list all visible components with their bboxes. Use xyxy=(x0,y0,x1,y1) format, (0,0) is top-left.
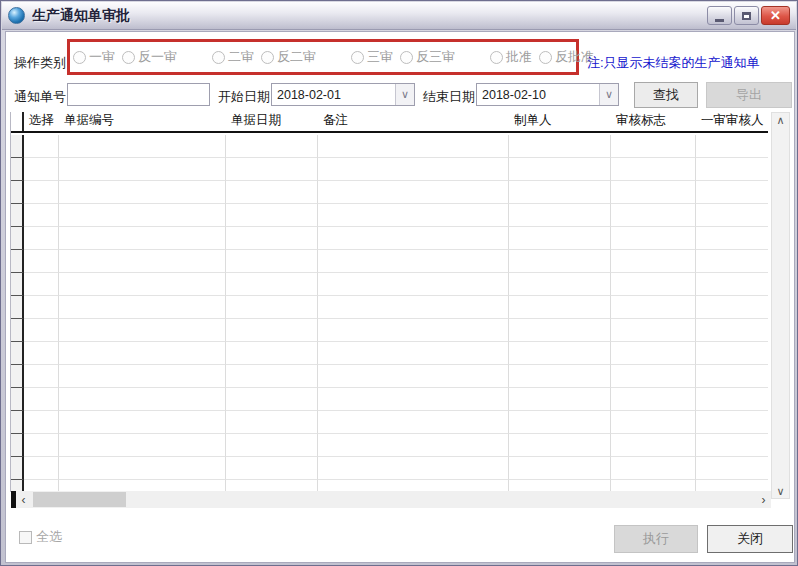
minimize-button-icon[interactable] xyxy=(707,6,732,25)
scroll-up-icon[interactable]: ∧ xyxy=(772,113,789,127)
column-header[interactable]: 一审审核人 xyxy=(696,112,768,131)
dialog-window: 生产通知单审批 ✕ 操作类别 一审反一审二审反二审三审反三审批准反批准 注:只显… xyxy=(0,0,798,566)
table-cell xyxy=(226,342,318,365)
table-cell xyxy=(226,273,318,296)
table-cell xyxy=(318,457,509,480)
end-date-value: 2018-02-10 xyxy=(477,88,599,102)
radio-option[interactable]: 批准 xyxy=(490,48,532,66)
table-cell xyxy=(696,273,768,296)
table-row[interactable] xyxy=(11,457,768,480)
table-row[interactable] xyxy=(11,158,768,181)
column-header[interactable]: 单据编号 xyxy=(59,112,226,131)
radio-option[interactable]: 反三审 xyxy=(400,48,455,66)
operation-type-label: 操作类别 xyxy=(14,54,66,72)
chevron-down-icon[interactable]: ∨ xyxy=(599,84,618,105)
table-row[interactable] xyxy=(11,296,768,319)
column-header[interactable]: 备注 xyxy=(318,112,509,131)
table-row[interactable] xyxy=(11,181,768,204)
select-all-control[interactable]: 全选 xyxy=(19,528,62,546)
horizontal-scrollbar[interactable]: ‹ › xyxy=(11,491,771,508)
table-cell xyxy=(611,250,696,273)
table-row[interactable] xyxy=(11,273,768,296)
table-row[interactable] xyxy=(11,250,768,273)
table-row[interactable] xyxy=(11,365,768,388)
table-cell xyxy=(318,204,509,227)
red-annotation-box: 一审反一审二审反二审三审反三审批准反批准 xyxy=(67,39,579,75)
table-cell xyxy=(59,411,226,434)
table-row[interactable] xyxy=(11,204,768,227)
close-dialog-button[interactable]: 关闭 xyxy=(707,525,793,553)
column-header[interactable]: 制单人 xyxy=(509,112,611,131)
row-indicator-header xyxy=(11,112,24,131)
row-indicator xyxy=(11,457,24,480)
title-bar[interactable]: 生产通知单审批 ✕ xyxy=(2,2,796,30)
close-button-icon[interactable]: ✕ xyxy=(761,6,790,25)
scroll-down-icon[interactable]: ∨ xyxy=(772,484,789,498)
table-cell xyxy=(696,457,768,480)
column-header[interactable]: 单据日期 xyxy=(226,112,318,131)
table-cell xyxy=(696,411,768,434)
table-cell xyxy=(318,250,509,273)
table-cell xyxy=(696,388,768,411)
table-row[interactable] xyxy=(11,319,768,342)
select-all-label: 全选 xyxy=(36,528,62,546)
table-cell xyxy=(59,388,226,411)
column-header[interactable]: 审核标志 xyxy=(611,112,696,131)
table-cell xyxy=(611,434,696,457)
export-button[interactable]: 导出 xyxy=(706,82,792,108)
table-cell xyxy=(226,388,318,411)
radio-option[interactable]: 反一审 xyxy=(122,48,177,66)
table-cell xyxy=(24,434,59,457)
row-indicator xyxy=(11,296,24,319)
table-row[interactable] xyxy=(11,342,768,365)
radio-label: 一审 xyxy=(89,48,115,66)
end-date-label: 结束日期 xyxy=(423,88,475,106)
table-cell xyxy=(611,273,696,296)
row-indicator xyxy=(11,135,24,158)
notice-number-input[interactable] xyxy=(67,83,210,106)
execute-button[interactable]: 执行 xyxy=(614,525,698,553)
column-header[interactable]: 选择 xyxy=(24,112,59,131)
radio-circle-icon xyxy=(539,51,552,64)
radio-circle-icon xyxy=(122,51,135,64)
table-cell xyxy=(59,457,226,480)
table-row[interactable] xyxy=(11,388,768,411)
table-cell xyxy=(611,457,696,480)
table-row[interactable] xyxy=(11,135,768,158)
table-row[interactable] xyxy=(11,434,768,457)
radio-option[interactable]: 反二审 xyxy=(261,48,316,66)
table-cell xyxy=(24,181,59,204)
table-cell xyxy=(318,434,509,457)
start-date-combobox[interactable]: 2018-02-01 ∨ xyxy=(271,83,415,106)
table-cell xyxy=(318,342,509,365)
maximize-button-icon[interactable] xyxy=(734,6,759,25)
table-cell xyxy=(59,204,226,227)
table-row[interactable] xyxy=(11,227,768,250)
end-date-combobox[interactable]: 2018-02-10 ∨ xyxy=(476,83,619,106)
table-cell xyxy=(24,365,59,388)
chevron-down-icon[interactable]: ∨ xyxy=(395,84,414,105)
search-button[interactable]: 查找 xyxy=(634,82,698,108)
scrollbar-thumb[interactable] xyxy=(33,492,126,507)
radio-label: 反二审 xyxy=(277,48,316,66)
radio-option[interactable]: 三审 xyxy=(351,48,393,66)
table-cell xyxy=(509,296,611,319)
table-cell xyxy=(509,342,611,365)
table-row[interactable] xyxy=(11,411,768,434)
table-cell xyxy=(226,296,318,319)
select-all-checkbox[interactable] xyxy=(19,531,32,544)
radio-option[interactable]: 反批准 xyxy=(539,48,594,66)
vertical-scrollbar[interactable]: ∧ ∨ xyxy=(771,112,790,499)
scroll-right-icon[interactable]: › xyxy=(756,493,771,507)
table-cell xyxy=(59,227,226,250)
table-cell xyxy=(24,457,59,480)
table-cell xyxy=(318,411,509,434)
radio-option[interactable]: 二审 xyxy=(212,48,254,66)
scroll-left-icon[interactable]: ‹ xyxy=(16,493,31,507)
table-cell xyxy=(226,365,318,388)
table-cell xyxy=(226,250,318,273)
radio-option[interactable]: 一审 xyxy=(73,48,115,66)
row-indicator xyxy=(11,181,24,204)
table-cell xyxy=(24,388,59,411)
table-cell xyxy=(611,158,696,181)
